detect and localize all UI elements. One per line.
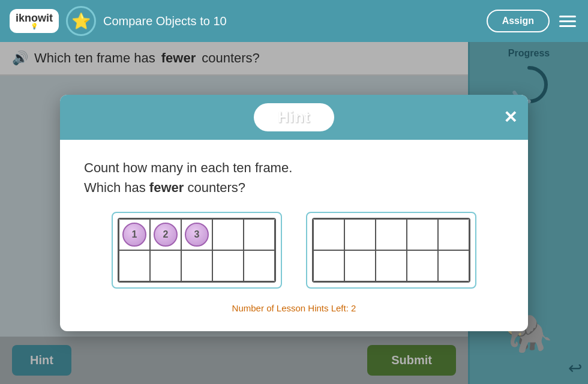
cell-1-1: 1: [119, 219, 150, 250]
cell-2-4: [212, 250, 244, 281]
cell-2-3: [181, 250, 212, 281]
hint-instruction-bold: fewer: [149, 180, 184, 195]
hint-instruction-line2: Which has: [84, 180, 149, 195]
hint-instruction: Count how many in each ten frame. Which …: [84, 158, 504, 197]
modal-overlay: Hint ✕ Count how many in each ten frame.…: [0, 42, 588, 384]
hint-instruction-line1: Count how many in each ten frame.: [84, 160, 292, 175]
logo-text: iknowit: [16, 13, 53, 23]
cell-3-5: [438, 219, 469, 250]
cell-1-3: 3: [181, 219, 212, 250]
hint-close-button[interactable]: ✕: [503, 109, 517, 126]
cell-1-4: [212, 219, 244, 250]
counter-3: 3: [185, 223, 209, 247]
cell-4-1: [313, 250, 344, 281]
hint-modal-title: Hint: [278, 108, 311, 127]
hint-modal-body: Count how many in each ten frame. Which …: [60, 140, 528, 331]
cell-1-5: [244, 219, 275, 250]
hint-title-wrap: Hint: [254, 103, 335, 131]
menu-button[interactable]: [557, 13, 578, 29]
lesson-title: Compare Objects to 10: [103, 14, 479, 28]
main-area: 🔊 Which ten frame has fewer counters? Hi…: [0, 42, 588, 384]
cell-2-1: [119, 250, 150, 281]
hint-instruction-end: counters?: [184, 180, 245, 195]
counter-2: 2: [154, 223, 178, 247]
cell-4-5: [438, 250, 469, 281]
ten-frame-2: [306, 212, 476, 289]
hamburger-line-3: [559, 25, 576, 27]
cell-3-4: [407, 219, 438, 250]
cell-3-1: [313, 219, 344, 250]
hint-modal: Hint ✕ Count how many in each ten frame.…: [60, 95, 528, 331]
cell-1-2: 2: [150, 219, 181, 250]
logo: iknowit 💡: [10, 9, 59, 33]
ten-frame-grid-1: 1 2 3: [118, 218, 276, 283]
hint-modal-header: Hint ✕: [60, 95, 528, 140]
cell-2-5: [244, 250, 275, 281]
assign-button[interactable]: Assign: [487, 10, 550, 32]
hamburger-line-2: [559, 20, 576, 22]
logo-icon: 💡: [31, 23, 38, 29]
top-bar: iknowit 💡 ⭐ Compare Objects to 10 Assign: [0, 0, 588, 42]
counter-1: 1: [122, 223, 146, 247]
cell-3-2: [344, 219, 376, 250]
cell-4-2: [344, 250, 376, 281]
ten-frame-grid-2: [312, 218, 470, 283]
hints-left-label: Number of Lesson Hints Left: 2: [84, 303, 504, 313]
cell-2-2: [150, 250, 181, 281]
ten-frames-row: 1 2 3: [84, 212, 504, 289]
cell-3-3: [376, 219, 407, 250]
cell-4-4: [407, 250, 438, 281]
ten-frame-1: 1 2 3: [112, 212, 282, 289]
hamburger-line-1: [559, 16, 576, 17]
cell-4-3: [376, 250, 407, 281]
star-icon: ⭐: [66, 6, 96, 36]
